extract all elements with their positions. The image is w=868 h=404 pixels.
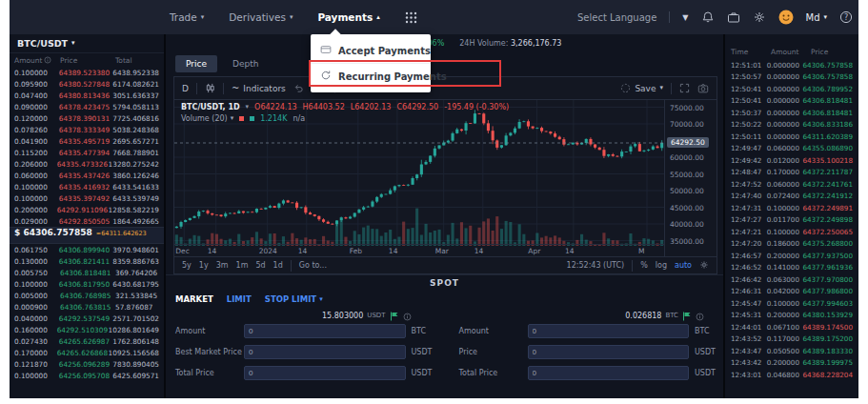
order-forms: Amount BTC Best Market Price USDT Total …: [175, 324, 714, 387]
orderbook-row[interactable]: 0.09590064380.5278486174.082621: [10, 78, 164, 90]
orderbook-row[interactable]: 0.02743064265.6269871762.806148: [10, 335, 164, 347]
settings-gear-icon[interactable]: [753, 10, 766, 24]
amount-cell: 0.041900: [14, 137, 59, 146]
buy-total-input[interactable]: [244, 366, 406, 380]
time-tick: Apr: [528, 247, 540, 255]
screenshot-camera-icon[interactable]: [697, 83, 709, 94]
orderbook-row[interactable]: 0.20000064292.91109612858.582219: [10, 204, 164, 215]
nav-trade[interactable]: Trade ▾: [170, 11, 204, 23]
chart-footer: 5y1y3m1m5d1dGo to... 12:52:43 (UTC) % lo…: [174, 256, 717, 273]
orderbook-row[interactable]: 0.10000064306.8179506430.681795: [10, 278, 164, 290]
buy-price-input[interactable]: [244, 345, 406, 359]
orderbook-row[interactable]: 0.06175064306.8999403970.948601: [10, 244, 164, 255]
range-1m[interactable]: 1m: [236, 261, 249, 270]
apps-grid-icon[interactable]: [405, 11, 417, 24]
orderbook-row[interactable]: 0.00090064306.76381557.876087: [10, 301, 164, 313]
orderbook-row[interactable]: 0.11520064335.4773947668.788901: [10, 147, 164, 158]
indicators-button[interactable]: ~ Indicators: [232, 83, 286, 93]
last-price-label: 64292.50: [667, 137, 709, 148]
candle-style-icon[interactable]: [205, 83, 215, 93]
orderbook-row[interactable]: 0.04740064380.8134363051.636337: [10, 90, 164, 101]
amount-cell: 0.170000: [767, 168, 803, 176]
orderbook-row[interactable]: 0.12000064378.3901317725.406816: [10, 112, 164, 124]
percent-scale-button[interactable]: %: [640, 261, 648, 270]
goto-date-button[interactable]: Go to...: [299, 261, 327, 270]
range-1y[interactable]: 1y: [199, 261, 209, 270]
tab-price[interactable]: Price: [175, 55, 217, 72]
orderbook-row[interactable]: 0.02900064292.8505051864.492665: [10, 215, 164, 227]
help-icon[interactable]: ?: [839, 10, 853, 24]
orderbook-row[interactable]: 0.16000064292.51030910286.801649: [10, 324, 164, 335]
sell-amount-input[interactable]: [528, 324, 690, 338]
notifications-bell-icon[interactable]: [701, 10, 715, 24]
menu-item-recurring-payments[interactable]: Recurring Payments: [311, 63, 431, 89]
amount-cell: 0.200000: [767, 311, 803, 319]
range-5d[interactable]: 5d: [255, 261, 265, 270]
chart-settings-gear-icon[interactable]: [699, 260, 709, 272]
orderbook-row[interactable]: 0.10000064256.0957086425.609571: [10, 370, 164, 381]
history-row: 12:51:010.00000064306.757858: [725, 59, 858, 71]
log-scale-button[interactable]: log: [656, 261, 667, 270]
orderbook-row[interactable]: 0.12187064256.0962897830.890405: [10, 358, 164, 370]
language-caret-icon[interactable]: ▼: [682, 13, 688, 22]
tab-depth[interactable]: Depth: [225, 55, 266, 72]
trade-form: MARKET LIMIT STOP LIMIT ▾ 15.803000 USDT: [166, 290, 723, 398]
chart-x-axis[interactable]: Dec14202414Feb14Mar14Apr14M: [174, 244, 664, 256]
range-3m[interactable]: 3m: [216, 261, 229, 270]
chart-clock[interactable]: 12:52:43 (UTC): [567, 261, 625, 270]
undo-icon[interactable]: [293, 83, 304, 93]
menu-item-accept-payments[interactable]: Accept Payments: [311, 38, 431, 63]
btc-balance-value: 0.026818: [625, 312, 661, 320]
timeframe-button[interactable]: D: [182, 84, 189, 93]
nav-payments[interactable]: Payments ▴: [317, 11, 379, 23]
tab-market[interactable]: MARKET: [175, 294, 213, 304]
orderbook-row[interactable]: 0.13000064306.8214118359.886763: [10, 255, 164, 267]
orderbook-row[interactable]: 0.07826064378.3333495038.248368: [10, 124, 164, 135]
history-row: 12:43:470.05050064389.183330: [725, 345, 858, 357]
price-cell: 64389.174500: [802, 323, 853, 332]
pair-selector[interactable]: BTC/USDT ▾: [10, 34, 164, 53]
orderbook-row[interactable]: 0.00575064306.818481369.764206: [10, 267, 164, 278]
price-chart-canvas[interactable]: BTC/USDT, 1D ▾ O64224.13 H64403.52 L6420…: [174, 100, 664, 256]
tab-limit[interactable]: LIMIT: [227, 294, 252, 304]
sell-price-input[interactable]: [528, 345, 690, 359]
orderbook-row[interactable]: 0.10000064335.4169326433.541633: [10, 181, 164, 192]
fullscreen-icon[interactable]: [679, 83, 690, 93]
info-icon[interactable]: [403, 307, 412, 325]
amount-cell: 0.100000: [767, 204, 803, 212]
orderbook-row[interactable]: 0.09000064378.4234755794.058113: [10, 101, 164, 112]
user-menu[interactable]: Md ▾: [806, 12, 828, 23]
info-icon[interactable]: [696, 307, 704, 325]
nav-derivatives[interactable]: Derivatives ▾: [229, 11, 293, 23]
approx-price-value: ≈64311.642623: [96, 230, 147, 237]
price-header: Price: [60, 56, 115, 65]
orderbook-row[interactable]: 0.06000064335.4374263860.126246: [10, 170, 164, 181]
time-tick: 2024: [259, 247, 277, 255]
sell-total-input[interactable]: [528, 366, 690, 380]
usdt-balance: 15.803000 USDT: [175, 307, 469, 325]
total-cell: 12858.582219: [109, 206, 159, 214]
auto-scale-button[interactable]: auto: [675, 261, 692, 270]
tab-stop-limit[interactable]: STOP LIMIT ▾: [265, 294, 323, 304]
range-5y[interactable]: 5y: [182, 261, 192, 270]
language-selector[interactable]: Select Language: [577, 12, 656, 23]
amount-cell: 0.100000: [767, 228, 803, 236]
orderbook-row[interactable]: 0.10000064335.3974926433.539749: [10, 192, 164, 204]
time-cell: 12:44:01: [731, 323, 767, 332]
orderbook-row[interactable]: 0.04190064335.4957192695.657271: [10, 135, 164, 147]
buy-amount-input[interactable]: [244, 324, 406, 338]
save-layout-button[interactable]: Save ▾: [620, 83, 663, 93]
orderbook-row[interactable]: 0.10000064389.5233806438.952338: [10, 67, 164, 78]
field-label: Amount: [175, 327, 244, 335]
range-1d[interactable]: 1d: [273, 261, 283, 270]
chart-y-axis[interactable]: 64292.50 75000.0070000.0060000.0055000.0…: [664, 100, 717, 256]
portfolio-briefcase-icon[interactable]: [727, 10, 740, 24]
usdt-balance-value: 15.803000: [322, 312, 363, 320]
orderbook-row[interactable]: 0.17000064265.62686810925.156568: [10, 347, 164, 358]
user-avatar-emoji[interactable]: [778, 10, 794, 25]
price-cell: 64311.620389: [802, 132, 853, 141]
amount-cell: 0.100000: [14, 69, 59, 77]
orderbook-row[interactable]: 0.20600064335.47332613280.275242: [10, 158, 164, 170]
orderbook-row[interactable]: 0.04000064292.5375492571.701502: [10, 313, 164, 324]
orderbook-row[interactable]: 0.00500064306.768985321.533845: [10, 290, 164, 301]
